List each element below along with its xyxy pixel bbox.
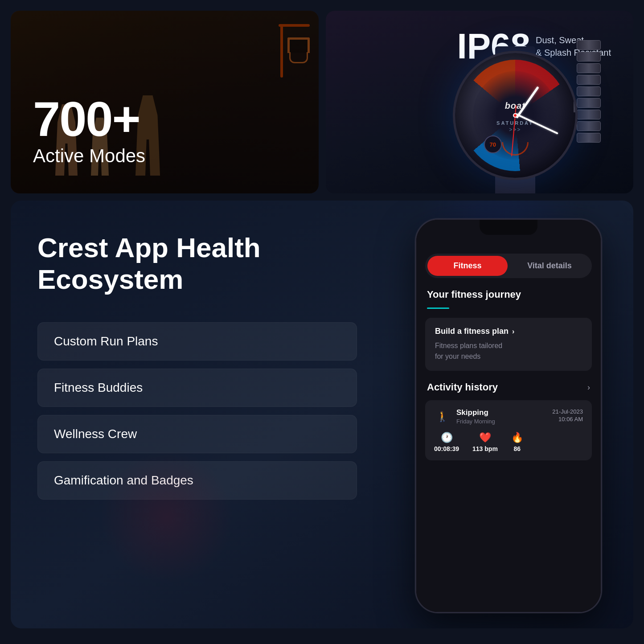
bottom-section: Crest App Health Ecosystem Custom Run Pl… [11, 201, 633, 628]
fitness-plan-card: Build a fitness plan › Fitness plans tai… [425, 318, 592, 371]
ecosystem-title: Crest App Health Ecosystem [37, 232, 357, 295]
watch-face: boat SATURDAY >>> 70 [453, 51, 578, 180]
activity-name: Skipping [456, 408, 495, 417]
activity-stats: 🕐 00:08:39 ❤️ 113 bpm 🔥 86 [434, 432, 583, 452]
stat-duration: 🕐 00:08:39 [434, 432, 459, 452]
stat-heart: ❤️ 113 bpm [472, 432, 498, 452]
sports-card: 700+ Active Modes [11, 11, 319, 193]
phone-notch [480, 220, 537, 235]
app-tabs: Fitness Vital details [425, 254, 592, 278]
active-modes-number: 700+ [33, 94, 145, 144]
stat-calories-value: 86 [514, 445, 521, 452]
feature-gamification[interactable]: Gamification and Badges [37, 461, 357, 500]
plan-chevron-icon: › [512, 328, 514, 336]
activity-item-top: 🚶 Skipping Friday Morning 21-Jul-2023 10… [434, 408, 583, 425]
top-section: 700+ Active Modes IP68 Dust, Sweat & Spl… [0, 0, 644, 201]
activity-chevron-icon[interactable]: › [587, 383, 590, 392]
tab-fitness[interactable]: Fitness [427, 256, 508, 276]
tab-vital[interactable]: Vital details [509, 256, 590, 276]
feature-fitness-buddies[interactable]: Fitness Buddies [37, 369, 357, 407]
clock-icon: 🕐 [441, 432, 453, 443]
phone-screen: Fitness Vital details Your fitness journ… [416, 220, 601, 612]
fitness-journey-title: Your fitness journey [416, 289, 601, 300]
watch-visual: boat SATURDAY >>> 70 [426, 15, 604, 193]
activity-date-info: 21-Jul-2023 10:06 AM [552, 408, 583, 422]
activity-time: 10:06 AM [552, 416, 583, 422]
fitness-plan-desc: Fitness plans tailoredfor your needs [435, 340, 582, 362]
activity-history-header: Activity history › [416, 381, 601, 393]
activity-history-title: Activity history [427, 381, 498, 393]
watch-arrows: >>> [509, 127, 521, 133]
activity-date: 21-Jul-2023 [552, 408, 583, 415]
feature-list: Custom Run Plans Fitness Buddies Wellnes… [37, 322, 357, 500]
stat-heart-value: 113 bpm [472, 445, 498, 452]
fitness-plan-link[interactable]: Build a fitness plan › [435, 327, 514, 336]
phone-left-btn [415, 287, 416, 313]
sports-stats: 700+ Active Modes [33, 94, 145, 167]
feature-custom-run[interactable]: Custom Run Plans [37, 322, 357, 361]
right-panel: Fitness Vital details Your fitness journ… [384, 201, 633, 628]
fire-icon: 🔥 [511, 432, 523, 443]
phone-side-btn-1 [601, 273, 602, 295]
watch-card: IP68 Dust, Sweat & Splash Resistant [326, 11, 634, 193]
cyan-accent-bar [427, 308, 449, 309]
stat-calories: 🔥 86 [511, 432, 523, 452]
active-modes-label: Active Modes [33, 145, 145, 167]
phone-mockup: Fitness Vital details Your fitness journ… [415, 218, 602, 613]
stat-duration-value: 00:08:39 [434, 445, 459, 452]
phone-side-btn-2 [601, 304, 602, 340]
heart-icon: ❤️ [479, 432, 491, 443]
activity-sub-label: Friday Morning [456, 418, 495, 425]
left-panel: Crest App Health Ecosystem Custom Run Pl… [11, 201, 384, 628]
fitness-plan-header: Build a fitness plan › [435, 327, 582, 336]
activity-info-left: 🚶 Skipping Friday Morning [434, 408, 495, 425]
activity-item-skipping: 🚶 Skipping Friday Morning 21-Jul-2023 10… [425, 400, 592, 460]
chain-links [573, 33, 604, 189]
feature-wellness-crew[interactable]: Wellness Crew [37, 415, 357, 453]
activity-icon: 🚶 [434, 409, 450, 425]
